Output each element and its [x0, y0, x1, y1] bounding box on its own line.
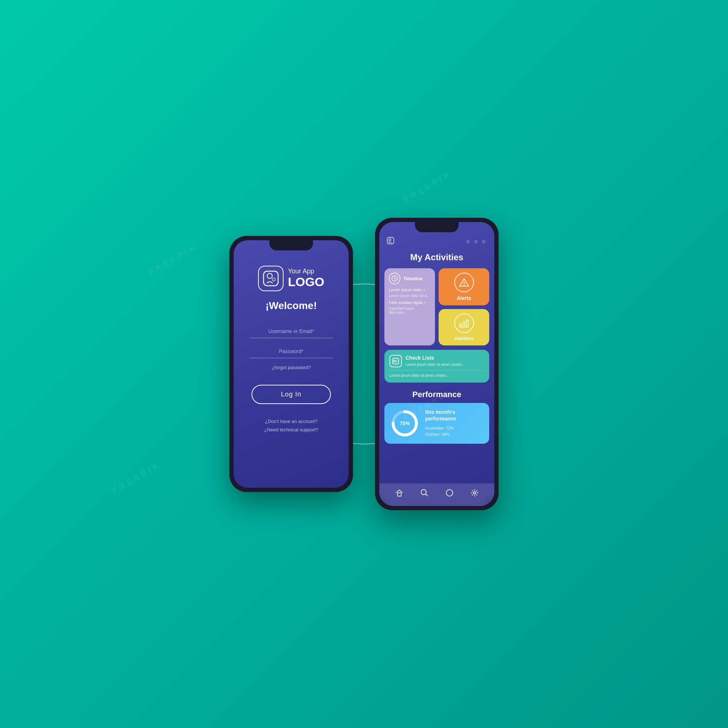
perf-sub-stats: November: 72% October: 68%	[425, 425, 483, 438]
svg-point-16	[393, 360, 395, 361]
header-dots[interactable]: ○ ○ ○	[466, 238, 487, 245]
checklist-divider	[390, 370, 484, 370]
svg-rect-13	[393, 358, 399, 364]
timeline-row1: Lorem ipsum dolor ›	[389, 287, 431, 292]
nav-profile-icon[interactable]	[445, 488, 454, 499]
donut-chart: 75%	[390, 409, 419, 438]
login-button[interactable]: Log In	[252, 385, 331, 404]
checklist-dots[interactable]: ···	[479, 354, 484, 359]
logo-area: Your App LOGO	[258, 266, 324, 291]
svg-point-2	[272, 278, 275, 281]
checklist-info: Check Lists Lorem ipsum dolor sit amet c…	[405, 355, 465, 367]
timeline-row2: Felis sodales ligula ›	[389, 300, 431, 305]
checklist-title: Check Lists	[405, 355, 465, 361]
activities-phone: ○ ○ ○ My Activities	[375, 218, 499, 510]
donut-percentage: 75%	[400, 421, 410, 426]
login-screen: Your App LOGO ¡Welcome! ¿forgot password…	[234, 240, 349, 488]
username-input[interactable]	[249, 325, 333, 338]
timeline-dots[interactable]: ···	[425, 276, 431, 281]
svg-point-9	[463, 284, 465, 286]
nav-search-icon[interactable]	[420, 488, 429, 499]
welcome-heading: ¡Welcome!	[265, 300, 317, 312]
no-account-text: ¿Don't have an account?	[264, 417, 318, 425]
checklist-sub1: Lorem ipsum dolor sit amet consec...	[405, 362, 465, 367]
performance-card[interactable]: ··· 75% this month'sperformance	[384, 403, 489, 444]
login-screen-content: Your App LOGO ¡Welcome! ¿forgot password…	[234, 240, 349, 488]
nav-home-icon[interactable]	[395, 488, 404, 499]
phone-notch-left	[269, 240, 313, 251]
activities-title: My Activities	[379, 252, 494, 262]
svg-line-22	[425, 494, 428, 496]
svg-point-21	[421, 489, 426, 495]
logo-line2: LOGO	[288, 275, 324, 289]
clock-icon	[389, 273, 401, 284]
checklist-top: Check Lists Lorem ipsum dolor sit amet c…	[390, 355, 484, 367]
perf-main-label: this month'sperformance	[425, 409, 483, 422]
timeline-icon-wrap: Timeline	[389, 273, 423, 284]
timeline-card[interactable]: Timeline ··· Lorem ipsum dolor › Lorem i…	[384, 268, 435, 346]
footer-links: ¿Don't have an account? ¿Need technical …	[264, 417, 318, 434]
svg-rect-11	[463, 322, 465, 327]
checklist-sub2: Lorem ipsum dolor sit amet consec...	[390, 373, 484, 378]
svg-point-23	[446, 489, 453, 496]
svg-point-1	[267, 273, 272, 278]
logo-text: Your App LOGO	[288, 268, 324, 289]
logo-line1: Your App	[288, 268, 324, 275]
stats-dots[interactable]: ···	[480, 313, 486, 317]
timeline-label: Timeline	[403, 276, 423, 281]
activities-grid: Timeline ··· Lorem ipsum dolor › Lorem i…	[379, 268, 494, 346]
svg-line-7	[395, 278, 396, 279]
header-face-icon	[387, 237, 395, 246]
performance-info: this month'sperformance November: 72% Oc…	[425, 409, 483, 438]
stats-icon	[454, 314, 474, 333]
timeline-sub1: Lorem ipsum dolor sit a...	[389, 294, 431, 298]
timeline-sub2: Imperdiet fusce dignissim...	[389, 306, 431, 315]
svg-rect-12	[466, 320, 468, 327]
nav-settings-icon[interactable]	[470, 488, 479, 499]
svg-point-24	[474, 492, 476, 494]
watermark-text-4: FREEPIK	[111, 460, 163, 496]
forgot-password-link[interactable]: ¿forgot password?	[272, 365, 311, 370]
checklist-card[interactable]: ··· Check Lists	[384, 350, 489, 382]
right-column-cards: ··· Alerts	[439, 268, 489, 346]
statistics-card[interactable]: ··· statistics	[439, 309, 489, 346]
svg-rect-20	[398, 493, 401, 496]
support-text: ¿Need technical support?	[264, 425, 318, 434]
phones-container: Your App LOGO ¡Welcome! ¿forgot password…	[229, 218, 499, 510]
activities-screen: ○ ○ ○ My Activities	[379, 222, 494, 506]
svg-point-4	[389, 239, 391, 241]
alerts-card[interactable]: ··· Alerts	[439, 268, 489, 305]
password-input[interactable]	[249, 345, 333, 358]
watermark-text-3: FREEPIK	[402, 169, 454, 205]
svg-point-17	[393, 361, 395, 362]
performance-dots[interactable]: ···	[479, 407, 484, 412]
watermark-text-1: FREEPIK	[147, 242, 199, 277]
login-phone: Your App LOGO ¡Welcome! ¿forgot password…	[229, 236, 353, 492]
alerts-dots[interactable]: ···	[480, 272, 486, 276]
timeline-card-top: Timeline ···	[389, 273, 431, 284]
app-logo-icon	[258, 266, 284, 291]
checklist-icon	[390, 355, 402, 367]
phone-notch-right	[415, 222, 459, 232]
alert-icon	[454, 273, 474, 292]
bottom-nav	[379, 483, 494, 506]
alerts-label: Alerts	[457, 295, 471, 301]
activities-screen-content: ○ ○ ○ My Activities	[379, 222, 494, 506]
stats-label: statistics	[454, 336, 473, 341]
performance-title: Performance	[379, 388, 494, 403]
svg-rect-10	[460, 324, 462, 327]
login-form: ¿forgot password? Log In ¿Don't have an …	[245, 325, 338, 434]
logo-svg	[262, 269, 280, 288]
